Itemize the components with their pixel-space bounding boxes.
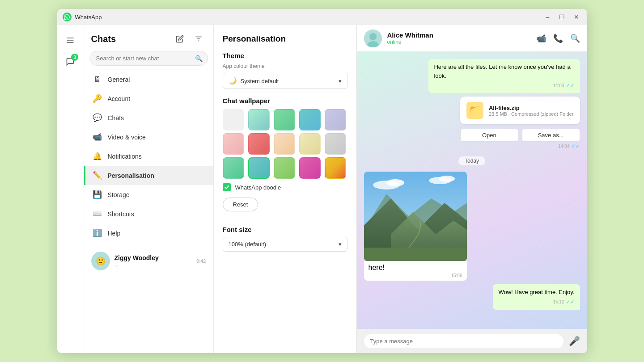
wallpaper-swatch-7[interactable] <box>248 133 270 155</box>
help-icon: ℹ️ <box>93 228 102 238</box>
font-size-value: 100% (default) <box>229 241 267 248</box>
wallpaper-section-title: Chat wallpaper <box>223 97 347 105</box>
voice-call-icon[interactable]: 📞 <box>553 34 563 43</box>
chats-label: Chats <box>108 114 124 122</box>
maximize-button[interactable]: ☐ <box>557 12 568 22</box>
wallpaper-swatch-1[interactable] <box>223 109 244 130</box>
filter-button[interactable] <box>191 31 206 46</box>
app-window: WhatsApp – ☐ ✕ 3 Chats <box>57 9 587 353</box>
theme-moon-icon: 🌙 <box>229 77 237 85</box>
file-info: All-files.zip 23.5 MB · Compressed (zipp… <box>489 105 574 117</box>
unread-badge: 3 <box>71 54 78 61</box>
font-chevron-icon: ▾ <box>339 241 342 248</box>
theme-sub-label: App colour theme <box>223 63 347 69</box>
message-time: 14:03 ✓✓ <box>434 81 574 89</box>
wallpaper-swatch-2[interactable] <box>248 109 270 130</box>
chat-info: Ziggy Woodley ... <box>114 254 192 268</box>
sidebar-item-storage[interactable]: 💾 Storage <box>84 185 213 204</box>
file-check: ✓✓ <box>571 143 580 149</box>
caption-text: here! <box>369 264 385 271</box>
general-label: General <box>108 76 130 83</box>
new-chat-button[interactable] <box>172 31 187 46</box>
wallpaper-swatch-15[interactable] <box>325 157 346 179</box>
message-text: Wow! Have great time. Enjoy. <box>498 289 574 295</box>
sidebar-item-notifications[interactable]: 🔔 Notifications <box>84 147 213 166</box>
chat-list-item[interactable]: 🙂 Ziggy Woodley ... 9:42 <box>84 247 213 275</box>
wallpaper-swatch-14[interactable] <box>299 157 321 179</box>
file-name: All-files.zip <box>489 105 574 111</box>
sidebar-chats-button[interactable]: 3 <box>60 52 80 72</box>
microphone-icon[interactable]: 🎤 <box>569 336 580 346</box>
wallpaper-swatch-3[interactable] <box>274 109 295 130</box>
panel-title: Chats <box>91 34 116 44</box>
font-size-section: Font size 100% (default) ▾ <box>223 226 347 252</box>
file-type-icon: 📁 <box>466 102 483 119</box>
video-icon: 📹 <box>93 132 102 142</box>
open-file-button[interactable]: Open <box>460 129 518 142</box>
wallpaper-swatch-4[interactable] <box>299 109 321 130</box>
whatsapp-logo <box>63 13 72 21</box>
video-call-icon[interactable]: 📹 <box>536 34 546 43</box>
title-bar: WhatsApp – ☐ ✕ <box>57 9 587 25</box>
sidebar-item-chats[interactable]: 💬 Chats <box>84 108 213 127</box>
svg-rect-17 <box>364 248 467 261</box>
message-input[interactable] <box>364 334 564 348</box>
sidebar-item-shortcuts[interactable]: ⌨️ Shortcuts <box>84 204 213 223</box>
theme-dropdown[interactable]: 🌙 System default ▾ <box>223 73 347 89</box>
sidebar-item-video-voice[interactable]: 📹 Video & voice <box>84 127 213 147</box>
photo-message: here! 15:06 <box>364 172 467 281</box>
personalisation-panel: Personalisation Theme App colour theme 🌙… <box>214 25 357 353</box>
wallpaper-swatch-13[interactable] <box>274 157 295 179</box>
personalisation-title: Personalisation <box>223 34 347 44</box>
video-voice-label: Video & voice <box>108 134 146 141</box>
chevron-down-icon: ▾ <box>339 78 342 84</box>
font-size-dropdown[interactable]: 100% (default) ▾ <box>223 237 347 252</box>
chat-area: Alice Whitman online 📹 📞 🔍 Here are all … <box>357 25 587 353</box>
avatar: 🙂 <box>91 252 110 270</box>
file-message-time: 14:04 ✓✓ <box>460 143 580 149</box>
wallpaper-swatch-9[interactable] <box>299 133 321 155</box>
search-icon: 🔍 <box>195 55 203 62</box>
personalisation-label: Personalisation <box>108 172 154 179</box>
wallpaper-swatch-10[interactable] <box>325 133 346 155</box>
sidebar-item-help[interactable]: ℹ️ Help <box>84 223 213 243</box>
search-chat-icon[interactable]: 🔍 <box>570 34 580 43</box>
chat-preview: ... <box>114 261 192 268</box>
chat-header: Alice Whitman online 📹 📞 🔍 <box>357 25 587 52</box>
sidebar-top: 3 <box>60 30 80 72</box>
app-body: 3 Chats 🔍 <box>57 25 587 353</box>
file-bubble: 📁 All-files.zip 23.5 MB · Compressed (zi… <box>460 97 580 124</box>
reset-button[interactable]: Reset <box>223 198 258 211</box>
sidebar-item-account[interactable]: 🔑 Account <box>84 89 213 108</box>
sidebar-menu-button[interactable] <box>60 30 80 50</box>
wallpaper-swatch-5[interactable] <box>325 109 346 130</box>
chat-input-bar: 🎤 <box>357 329 587 353</box>
save-file-button[interactable]: Save as... <box>522 129 580 142</box>
chat-messages: Here are all the files. Let me know once… <box>357 52 587 329</box>
message-bubble: Wow! Have great time. Enjoy. 15:12 ✓✓ <box>493 284 580 310</box>
sidebar-item-personalisation[interactable]: ✏️ Personalisation <box>84 166 213 185</box>
message-time: 15:12 ✓✓ <box>498 298 574 306</box>
chat-contact-name: Alice Whitman <box>387 31 531 39</box>
chat-header-avatar <box>364 29 382 47</box>
wallpaper-swatch-12[interactable] <box>248 157 270 179</box>
theme-section-title: Theme <box>223 52 347 59</box>
wallpaper-swatch-11[interactable] <box>223 157 244 179</box>
doodle-checkbox[interactable] <box>223 183 231 191</box>
account-label: Account <box>108 95 131 102</box>
wallpaper-grid <box>223 109 347 179</box>
date-label: Today <box>458 156 485 165</box>
search-input[interactable] <box>89 51 208 66</box>
chats-icon: 💬 <box>93 113 102 122</box>
wallpaper-swatch-8[interactable] <box>274 133 295 155</box>
help-label: Help <box>108 230 121 237</box>
notifications-icon: 🔔 <box>93 152 102 161</box>
minimize-button[interactable]: – <box>542 12 553 22</box>
app-title: WhatsApp <box>75 14 542 21</box>
shortcuts-label: Shortcuts <box>108 210 134 218</box>
close-button[interactable]: ✕ <box>571 12 582 22</box>
photo-bubble <box>364 172 467 261</box>
wallpaper-swatch-6[interactable] <box>223 133 244 155</box>
message-text: Here are all the files. Let me know once… <box>434 63 570 79</box>
sidebar-item-general[interactable]: 🖥 General <box>84 70 213 89</box>
